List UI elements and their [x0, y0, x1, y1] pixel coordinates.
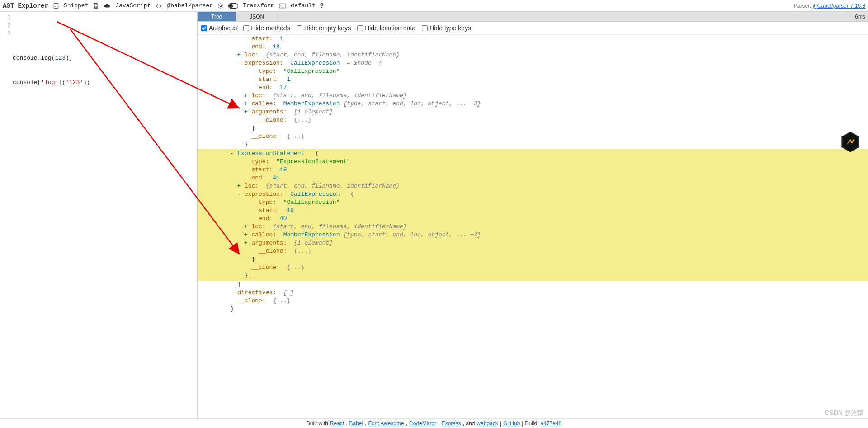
toggle-icon[interactable] [228, 3, 238, 9]
parser-menu[interactable]: @babel/parser [167, 2, 212, 9]
expand-icon[interactable]: + [236, 182, 241, 190]
checkbox-hide-loc[interactable] [357, 25, 363, 31]
opt-hide-empty[interactable]: Hide empty keys [297, 24, 351, 32]
line-gutter: 1 2 3 [0, 12, 13, 418]
editor-pane[interactable]: 1 2 3 console.log(123); console['log']('… [0, 12, 198, 418]
expand-icon[interactable]: + [244, 108, 248, 116]
opt-hide-loc[interactable]: Hide location data [357, 24, 415, 32]
expand-icon[interactable]: + [244, 223, 248, 231]
cloud-icon[interactable] [104, 3, 111, 9]
snippet-menu[interactable]: Snippet [64, 2, 89, 9]
code-icon[interactable] [155, 3, 162, 9]
gear-icon[interactable] [217, 3, 224, 9]
expand-icon[interactable]: + [244, 100, 248, 108]
parse-time: 6ms [855, 12, 865, 22]
link-react[interactable]: React [330, 420, 344, 427]
transform-menu[interactable]: Transform [243, 2, 274, 9]
parser-info: Parser: @babel/parser-7.15.3 [794, 3, 865, 9]
options-bar: Autofocus Hide methods Hide empty keys H… [198, 22, 868, 35]
code-area[interactable]: console.log(123); console['log']('123'); [13, 12, 90, 418]
highlighted-node[interactable]: - ExpressionStatement { type: "Expressio… [198, 149, 868, 281]
collapse-icon[interactable]: - [236, 190, 241, 198]
opt-hide-methods[interactable]: Hide methods [243, 24, 290, 32]
output-pane: Tree JSON 6ms Autofocus Hide methods Hid… [198, 12, 868, 418]
tabs-bar: Tree JSON 6ms [198, 12, 868, 22]
link-webpack[interactable]: webpack [476, 420, 498, 427]
svg-rect-2 [95, 6, 97, 7]
link-express[interactable]: Express [441, 420, 461, 427]
ast-tree[interactable]: start: 1 end: 18 + loc: {start, end, fil… [198, 35, 868, 418]
opt-hide-type[interactable]: Hide type keys [422, 24, 471, 32]
opt-autofocus[interactable]: Autofocus [201, 24, 237, 32]
expand-icon[interactable]: + [236, 51, 241, 59]
checkbox-autofocus[interactable] [201, 25, 207, 31]
link-github[interactable]: GitHub [503, 420, 520, 427]
link-codemirror[interactable]: CodeMirror [409, 420, 436, 427]
language-menu[interactable]: JavaScript [115, 2, 151, 9]
checkbox-hide-methods[interactable] [243, 25, 249, 31]
checkbox-hide-type[interactable] [422, 25, 428, 31]
expand-icon[interactable]: + [244, 239, 248, 247]
tab-tree[interactable]: Tree [198, 12, 236, 21]
svg-rect-0 [54, 3, 58, 8]
paste-code-icon[interactable] [53, 3, 59, 9]
main-split: 1 2 3 console.log(123); console['log']('… [0, 12, 868, 418]
collapse-icon[interactable]: - [236, 59, 241, 67]
help-icon[interactable]: ? [320, 2, 324, 9]
toolbar: AST Explorer Snippet JavaScript @babel/p… [0, 0, 868, 12]
save-icon[interactable] [93, 3, 99, 9]
link-babel[interactable]: Babel [349, 420, 363, 427]
svg-point-5 [229, 4, 232, 7]
keyboard-icon[interactable] [279, 3, 286, 9]
checkbox-hide-empty[interactable] [297, 25, 302, 31]
link-fontawesome[interactable]: Font Awesome [368, 420, 404, 427]
tab-json[interactable]: JSON [236, 12, 278, 21]
collapse-icon[interactable]: - [229, 150, 234, 158]
link-build[interactable]: a477e48 [541, 420, 562, 427]
svg-rect-1 [95, 3, 97, 5]
expand-icon[interactable]: + [244, 92, 248, 100]
brand: AST Explorer [3, 2, 48, 9]
default-menu[interactable]: default [291, 2, 316, 9]
footer: Built with React, Babel, Font Awesome, C… [0, 418, 868, 428]
expand-icon[interactable]: + [244, 231, 248, 239]
parser-version-link[interactable]: @babel/parser-7.15.3 [813, 3, 865, 9]
svg-point-3 [220, 5, 222, 7]
